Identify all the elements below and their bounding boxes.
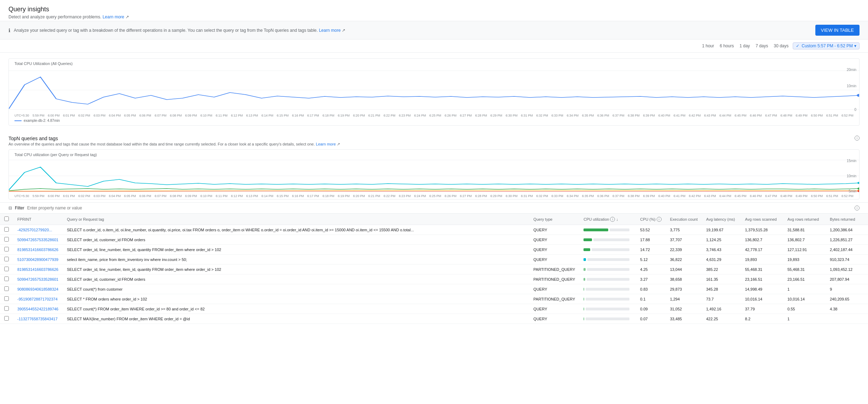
chevron-down-icon: ▾ — [854, 43, 856, 48]
cpu-pct-info-icon[interactable]: i — [657, 217, 662, 222]
row-rows-scan: 23,166.51 — [741, 274, 783, 284]
row-rows-scan: 19,893 — [741, 255, 783, 265]
svg-point-7 — [857, 182, 859, 184]
time-7days[interactable]: 7 days — [754, 43, 769, 49]
row-rows-ret: 136,802.7 — [783, 235, 826, 245]
col-header-rows-ret: Avg rows returned — [783, 214, 826, 225]
topn-chart-y-15min: 15min — [847, 159, 856, 163]
row-check[interactable] — [0, 235, 13, 245]
col-header-exec: Execution count — [666, 214, 702, 225]
fprint-link[interactable]: 5099472657533528601 — [17, 238, 58, 242]
view-in-table-button[interactable]: VIEW IN TABLE — [815, 25, 860, 36]
fprint-link[interactable]: 3905544552422189746 — [17, 307, 58, 311]
topn-section: TopN queries and tags An overview of the… — [0, 131, 868, 200]
row-exec: 1,294 — [666, 294, 702, 304]
row-check[interactable] — [0, 255, 13, 265]
row-rows-ret: 1 — [783, 314, 826, 324]
row-latency: 1,492.16 — [702, 304, 741, 314]
page-subtitle: Detect and analyze query performance pro… — [8, 14, 860, 19]
row-check[interactable] — [0, 284, 13, 294]
row-checkbox[interactable] — [4, 306, 9, 311]
time-1day[interactable]: 1 day — [738, 43, 751, 49]
row-cpu-util — [579, 304, 636, 314]
col-header-cpu-util[interactable]: CPU utilization i ↓ — [579, 214, 636, 225]
row-check[interactable] — [0, 265, 13, 274]
row-type: QUERY — [529, 284, 579, 294]
row-rows-ret: 1 — [783, 284, 826, 294]
row-bytes: 1,200,386.64 — [826, 225, 868, 235]
info-banner-learn-more[interactable]: Learn more — [319, 28, 340, 33]
total-cpu-chart: Total CPU Utilization (All Queries) 20mi… — [8, 58, 860, 126]
row-rows-ret: 23,166.51 — [783, 274, 826, 284]
row-bytes: 2,402,187.44 — [826, 245, 868, 255]
time-custom[interactable]: ✓ Custom 5:57 PM - 6:52 PM ▾ — [793, 42, 860, 49]
row-check[interactable] — [0, 274, 13, 284]
table-row: 8198531416603786626 SELECT order_id, lin… — [0, 245, 868, 255]
time-30days[interactable]: 30 days — [772, 43, 790, 49]
row-cpu-util — [579, 274, 636, 284]
cpu-util-info-icon[interactable]: i — [610, 217, 615, 222]
row-check[interactable] — [0, 294, 13, 304]
cpu-util-sort-icon[interactable]: ↓ — [616, 217, 618, 221]
row-check[interactable] — [0, 225, 13, 235]
row-check[interactable] — [0, 304, 13, 314]
row-type: QUERY — [529, 304, 579, 314]
row-checkbox[interactable] — [4, 316, 9, 321]
chart-y-label-20min: 20min — [847, 68, 856, 72]
col-header-check — [0, 214, 13, 225]
filter-info-icon[interactable]: i — [855, 206, 860, 210]
row-rows-ret: 55,468.31 — [783, 265, 826, 274]
row-checkbox[interactable] — [4, 247, 9, 251]
row-type: QUERY — [529, 314, 579, 324]
legend-label: example-db-2: 4.87min — [24, 119, 60, 123]
row-exec: 3,775 — [666, 225, 702, 235]
row-latency: 4,631.29 — [702, 255, 741, 265]
fprint-link[interactable]: 5107300428900477939 — [17, 257, 58, 262]
row-cpu-pct: 4.25 — [636, 265, 665, 274]
row-checkbox[interactable] — [4, 227, 9, 232]
row-checkbox[interactable] — [4, 296, 9, 301]
topn-info-icon[interactable]: i — [855, 136, 860, 141]
chart-y-label-10min: 10min — [847, 84, 856, 88]
topn-learn-more[interactable]: Learn more — [316, 142, 336, 146]
learn-more-link-1[interactable]: Learn more — [102, 14, 124, 19]
row-checkbox[interactable] — [4, 237, 9, 242]
fprint-link[interactable]: 8198531416603786626 — [17, 248, 58, 252]
fprint-link[interactable]: -951908728871702374 — [17, 297, 58, 301]
row-exec: 22,339 — [666, 245, 702, 255]
filter-input[interactable] — [27, 206, 852, 210]
row-checkbox[interactable] — [4, 277, 9, 281]
fprint-link[interactable]: 5099472657533528601 — [17, 277, 58, 281]
row-check[interactable] — [0, 245, 13, 255]
row-fprint: 5107300428900477939 — [13, 255, 63, 265]
row-fprint: -113277658735843417 — [13, 314, 63, 324]
time-1hour[interactable]: 1 hour — [700, 43, 715, 49]
row-checkbox[interactable] — [4, 267, 9, 271]
table-row: 5107300428900477939 select item_name, pr… — [0, 255, 868, 265]
row-rows-scan: 136,802.7 — [741, 235, 783, 245]
row-latency: 422.25 — [702, 314, 741, 324]
col-header-rows-scan: Avg rows scanned — [741, 214, 783, 225]
row-checkbox[interactable] — [4, 286, 9, 291]
cpu-chart-x-labels: UTC+5:30 5:59 PM 6:00 PM 6:01 PM 6:02 PM… — [9, 113, 859, 117]
row-latency: 161.35 — [702, 274, 741, 284]
fprint-link[interactable]: -42925701279920... — [17, 228, 52, 232]
table-body: -42925701279920... SELECT o.order_id, o.… — [0, 225, 868, 324]
row-rows-scan: 1,379,515.28 — [741, 225, 783, 235]
topn-cpu-chart-title: Total CPU utilization (per Query or Requ… — [9, 153, 859, 158]
row-bytes — [826, 314, 868, 324]
row-cpu-pct: 53.52 — [636, 225, 665, 235]
fprint-link[interactable]: 8198531416603786626 — [17, 267, 58, 272]
time-6hours[interactable]: 6 hours — [718, 43, 735, 49]
row-latency: 345.28 — [702, 284, 741, 294]
row-query: SELECT MAX(line_number) FROM order_item … — [63, 314, 529, 324]
select-all-checkbox[interactable] — [4, 216, 9, 221]
row-check[interactable] — [0, 314, 13, 324]
row-query: SELECT * FROM orders where order_id > 10… — [63, 294, 529, 304]
row-cpu-util — [579, 265, 636, 274]
table-row: 5099472657533528601 SELECT order_id, cus… — [0, 274, 868, 284]
row-checkbox[interactable] — [4, 257, 9, 261]
fprint-link[interactable]: 9080869340618588324 — [17, 287, 58, 291]
fprint-link[interactable]: -113277658735843417 — [17, 317, 58, 321]
row-fprint: 5099472657533528601 — [13, 235, 63, 245]
